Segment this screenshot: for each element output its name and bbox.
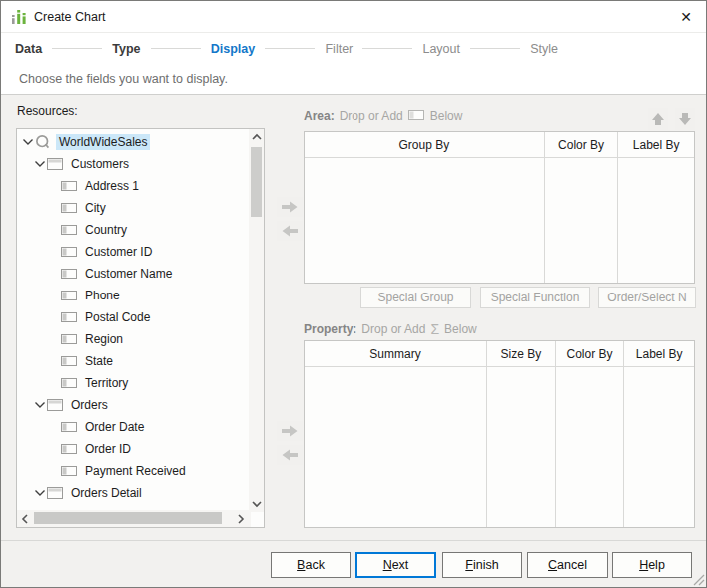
tree-item-worldwidesales[interactable]: WorldWideSales	[17, 131, 249, 153]
table-icon	[47, 485, 63, 501]
tree-item-phone[interactable]: Phone	[17, 285, 249, 306]
column-header-label-by: Label By	[618, 132, 694, 157]
column-header-label-by: Label By	[624, 341, 694, 366]
step-filter[interactable]: Filter	[325, 42, 353, 56]
bar-chart-icon	[11, 9, 27, 25]
tree-item-label: Territory	[82, 375, 131, 391]
chevron-down-icon[interactable]	[21, 137, 35, 147]
order-select-n-button[interactable]: Order/Select N	[598, 287, 696, 308]
property-table-body[interactable]	[305, 367, 694, 527]
tree-item-orders-detail[interactable]: Orders Detail	[17, 482, 249, 504]
tree-horizontal-scrollbar[interactable]	[17, 510, 251, 527]
close-icon[interactable]: ✕	[672, 3, 700, 31]
tree-item-label: Order Date	[82, 419, 147, 435]
help-button[interactable]: Help	[612, 552, 692, 578]
step-display[interactable]: Display	[211, 42, 255, 56]
scroll-down-icon[interactable]	[249, 496, 264, 512]
tree-item-postal-code[interactable]: Postal Code	[17, 306, 249, 328]
chevron-down-icon[interactable]	[33, 488, 47, 498]
property-hint-prefix: Drop or Add	[361, 322, 425, 336]
tree-item-order-date[interactable]: Order Date	[17, 416, 249, 438]
step-type[interactable]: Type	[112, 42, 140, 56]
chevron-down-icon[interactable]	[33, 159, 47, 169]
scroll-up-icon[interactable]	[249, 129, 264, 145]
step-connector	[362, 48, 412, 49]
scroll-left-icon[interactable]	[17, 510, 33, 527]
vertical-scroll-thumb[interactable]	[251, 147, 262, 217]
resize-grip[interactable]	[692, 573, 705, 586]
move-down-button down-arrow-icon[interactable]	[675, 108, 695, 130]
property-title: Property:	[304, 322, 356, 336]
next-button[interactable]: Next	[355, 552, 436, 578]
property-drop-cell[interactable]	[305, 367, 487, 527]
property-drop-cell[interactable]	[556, 367, 625, 527]
property-header: Property: Drop or Add Σ Below	[304, 320, 477, 338]
column-header-color-by: Color By	[545, 132, 619, 157]
chevron-down-icon[interactable]	[33, 400, 47, 410]
tree-item-label: WorldWideSales	[56, 134, 150, 150]
field-icon	[61, 441, 77, 457]
cancel-button[interactable]: Cancel	[527, 552, 608, 578]
tree-item-label: City	[82, 200, 109, 216]
titlebar: Create Chart ✕	[1, 1, 706, 33]
tree-item-orders[interactable]: Orders	[17, 394, 249, 416]
tree-item-state[interactable]: State	[17, 350, 249, 372]
field-icon	[61, 463, 77, 479]
tree-item-customers[interactable]: Customers	[17, 153, 249, 175]
footer-divider	[1, 540, 706, 541]
column-header-group-by: Group By	[305, 132, 545, 157]
table-icon	[47, 397, 63, 413]
property-table[interactable]: SummarySize ByColor ByLabel By	[304, 340, 695, 528]
property-drop-cell[interactable]	[487, 367, 556, 527]
field-icon	[61, 222, 77, 238]
remove-from-property-button left-arrow-icon[interactable]	[277, 445, 303, 465]
special-group-button[interactable]: Special Group	[360, 287, 471, 308]
tree-item-label: State	[82, 353, 116, 369]
finish-button[interactable]: Finish	[442, 552, 522, 578]
tree-item-customer-name[interactable]: Customer Name	[17, 263, 249, 285]
add-to-property-button right-arrow-icon[interactable]	[277, 421, 303, 441]
tree-rows: WorldWideSalesCustomersAddress 1CityCoun…	[17, 131, 249, 510]
area-hint-prefix: Drop or Add	[340, 109, 403, 123]
tree-item-order-id[interactable]: Order ID	[17, 438, 249, 460]
remove-from-area-button left-arrow-icon[interactable]	[277, 221, 303, 241]
field-icon	[408, 109, 425, 124]
area-header: Area: Drop or Add Below	[304, 107, 462, 125]
add-to-area-button right-arrow-icon[interactable]	[277, 197, 303, 217]
column-header-summary: Summary	[305, 341, 487, 366]
tree-item-customer-id[interactable]: Customer ID	[17, 241, 249, 263]
back-button[interactable]: Back	[271, 552, 351, 578]
horizontal-scroll-thumb[interactable]	[34, 512, 222, 524]
property-drop-cell[interactable]	[624, 367, 694, 527]
column-header-size-by: Size By	[487, 341, 556, 366]
tree-vertical-scrollbar[interactable]	[249, 129, 264, 512]
area-table-body[interactable]	[305, 158, 694, 283]
move-up-button up-arrow-icon[interactable]	[648, 108, 668, 130]
step-connector	[470, 48, 520, 49]
area-drop-cell[interactable]	[305, 158, 545, 283]
tree-item-region[interactable]: Region	[17, 328, 249, 350]
step-connector	[151, 48, 201, 49]
area-table[interactable]: Group ByColor ByLabel By	[304, 131, 695, 284]
tree-item-address-1[interactable]: Address 1	[17, 175, 249, 197]
field-icon	[61, 200, 77, 216]
header-divider	[1, 94, 706, 95]
tree-item-label: Customer Name	[82, 266, 175, 282]
tree-item-city[interactable]: City	[17, 197, 249, 219]
field-icon	[61, 375, 77, 391]
step-style[interactable]: Style	[530, 42, 558, 56]
area-drop-cell[interactable]	[545, 158, 619, 283]
special-function-button[interactable]: Special Function	[480, 287, 590, 308]
tree-item-label: Orders Detail	[68, 485, 145, 501]
tree-item-country[interactable]: Country	[17, 219, 249, 241]
field-icon	[61, 244, 77, 260]
field-icon	[61, 309, 77, 325]
step-data[interactable]: Data	[15, 42, 42, 56]
area-drop-cell[interactable]	[618, 158, 694, 283]
tree-item-territory[interactable]: Territory	[17, 372, 249, 394]
step-layout[interactable]: Layout	[422, 42, 460, 56]
field-icon	[61, 331, 77, 347]
tree-item-payment-received[interactable]: Payment Received	[17, 460, 249, 482]
step-connector	[265, 48, 315, 49]
scroll-right-icon[interactable]	[233, 510, 249, 527]
